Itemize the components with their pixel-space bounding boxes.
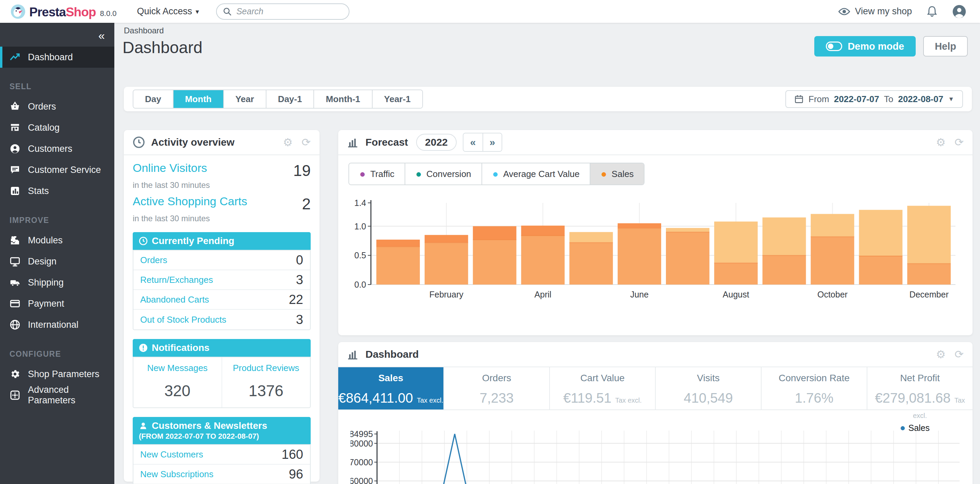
sidebar-item-label: Advanced Parameters bbox=[28, 385, 115, 406]
prestashop-logo[interactable]: PrestaShop 8.0.0 bbox=[0, 4, 117, 19]
dashboard-panel-title: Dashboard bbox=[366, 349, 419, 360]
tab-sales[interactable]: ● Sales bbox=[590, 163, 644, 185]
metric-label: Conversion Rate bbox=[762, 373, 867, 384]
sidebar-collapse-button[interactable]: « bbox=[98, 30, 105, 41]
active-carts-link[interactable]: Active Shopping Carts bbox=[133, 195, 247, 208]
notifications-header: Notifications bbox=[133, 339, 311, 357]
sidebar-item-label: Customers bbox=[28, 143, 73, 154]
new-subscriptions-link[interactable]: New Subscriptions bbox=[140, 469, 213, 479]
svg-text:1.4: 1.4 bbox=[354, 198, 366, 208]
account-menu-button[interactable] bbox=[952, 5, 966, 19]
return-exchanges-value: 3 bbox=[296, 273, 303, 287]
panel-settings-gear-icon[interactable]: ⚙ bbox=[936, 349, 946, 360]
panel-settings-gear-icon[interactable]: ⚙ bbox=[283, 137, 293, 148]
credit-card-icon bbox=[10, 298, 21, 309]
sidebar-item-shipping[interactable]: Shipping bbox=[0, 272, 115, 293]
svg-text:60000: 60000 bbox=[350, 476, 373, 484]
activity-panel-title: Activity overview bbox=[151, 137, 234, 148]
panel-refresh-icon[interactable]: ⟳ bbox=[955, 349, 964, 360]
list-item: New Subscriptions 96 bbox=[134, 465, 310, 484]
metric-value: €864,411.00 bbox=[338, 390, 413, 405]
metric-visits[interactable]: Visits 410,549 bbox=[656, 367, 762, 409]
quick-access-menu[interactable]: Quick Access ▾ bbox=[137, 6, 199, 17]
sales-dot-icon: ● bbox=[601, 169, 607, 179]
demo-mode-button[interactable]: Demo mode bbox=[814, 36, 916, 56]
metric-cart-value[interactable]: Cart Value €119.51 Tax excl. bbox=[550, 367, 656, 409]
search-input[interactable] bbox=[237, 6, 332, 16]
breadcrumb[interactable]: Dashboard bbox=[124, 26, 164, 35]
product-reviews-link[interactable]: Product Reviews bbox=[233, 363, 299, 373]
view-my-shop-link[interactable]: View my shop bbox=[838, 6, 912, 17]
sidebar-item-customer-service[interactable]: Customer Service bbox=[0, 159, 115, 180]
version-label: 8.0.0 bbox=[100, 9, 117, 18]
list-item: Return/Exchanges 3 bbox=[134, 270, 310, 290]
product-reviews-value: 1376 bbox=[222, 382, 310, 400]
forecast-next-year-button[interactable]: » bbox=[482, 134, 501, 151]
traffic-dot-icon: ● bbox=[360, 169, 366, 179]
metric-label: Visits bbox=[656, 373, 761, 384]
tab-traffic[interactable]: ● Traffic bbox=[349, 163, 405, 185]
help-button[interactable]: Help bbox=[923, 36, 968, 56]
metric-conversion-rate[interactable]: Conversion Rate 1.76% bbox=[762, 367, 867, 409]
globe-icon bbox=[10, 319, 21, 330]
sidebar-item-design[interactable]: Design bbox=[0, 251, 115, 272]
sidebar-item-stats[interactable]: Stats bbox=[0, 180, 115, 202]
sidebar-item-catalog[interactable]: Catalog bbox=[0, 117, 115, 138]
online-visitors-link[interactable]: Online Visitors bbox=[133, 161, 207, 175]
person-icon bbox=[139, 421, 148, 430]
panel-refresh-icon[interactable]: ⟳ bbox=[955, 137, 964, 148]
sidebar-item-advanced-parameters[interactable]: Advanced Parameters bbox=[0, 385, 115, 406]
panel-settings-gear-icon[interactable]: ⚙ bbox=[936, 137, 946, 148]
return-exchanges-link[interactable]: Return/Exchanges bbox=[140, 275, 213, 285]
sidebar-item-label: Catalog bbox=[28, 123, 60, 133]
sidebar-item-label: Shipping bbox=[28, 277, 64, 288]
forecast-prev-year-button[interactable]: « bbox=[463, 134, 482, 151]
dashboard-metrics-row: Sales €864,411.00 Tax excl. Orders 7,233… bbox=[338, 367, 972, 410]
sidebar-item-dashboard[interactable]: Dashboard bbox=[0, 47, 115, 68]
notifications-bell-button[interactable] bbox=[927, 6, 937, 18]
sidebar-item-customers[interactable]: Customers bbox=[0, 138, 115, 159]
date-range-picker-button[interactable]: From 2022-07-07 To 2022-08-07 ▼ bbox=[785, 90, 963, 108]
sidebar-item-international[interactable]: International bbox=[0, 314, 115, 335]
tab-conversion[interactable]: ● Conversion bbox=[405, 163, 482, 185]
range-day-button[interactable]: Day bbox=[134, 90, 173, 108]
metric-value: €119.51 bbox=[563, 390, 611, 405]
bar-chart-icon bbox=[347, 136, 360, 148]
metric-orders[interactable]: Orders 7,233 bbox=[444, 367, 550, 409]
alert-circle-icon bbox=[139, 344, 148, 352]
svg-text:June: June bbox=[630, 290, 649, 299]
abandoned-carts-link[interactable]: Abandoned Carts bbox=[140, 295, 209, 305]
range-year-1-button[interactable]: Year-1 bbox=[372, 90, 422, 108]
metric-value: 1.76% bbox=[795, 390, 833, 405]
chevron-down-icon: ▾ bbox=[196, 8, 199, 16]
pending-orders-value: 0 bbox=[296, 253, 303, 267]
svg-text:August: August bbox=[723, 290, 749, 299]
sidebar-item-orders[interactable]: Orders bbox=[0, 96, 115, 117]
metric-sales[interactable]: Sales €864,411.00 Tax excl. bbox=[338, 367, 444, 409]
basket-icon bbox=[10, 101, 21, 112]
tab-average-cart-value[interactable]: ● Average Cart Value bbox=[482, 163, 591, 185]
pending-orders-link[interactable]: Orders bbox=[140, 255, 167, 266]
sidebar-item-payment[interactable]: Payment bbox=[0, 293, 115, 314]
average-cart-value-dot-icon: ● bbox=[492, 169, 498, 179]
out-of-stock-link[interactable]: Out of Stock Products bbox=[140, 315, 226, 325]
sidebar-item-modules[interactable]: Modules bbox=[0, 230, 115, 251]
eye-icon bbox=[838, 8, 850, 16]
metric-net-profit[interactable]: Net Profit €279,081.68 Tax excl. bbox=[867, 367, 972, 409]
new-customers-link[interactable]: New Customers bbox=[140, 449, 203, 460]
search-box[interactable] bbox=[216, 3, 350, 20]
range-month-1-button[interactable]: Month-1 bbox=[314, 90, 372, 108]
active-carts-value: 2 bbox=[302, 195, 311, 213]
metric-label: Orders bbox=[444, 373, 549, 384]
new-messages-link[interactable]: New Messages bbox=[147, 363, 208, 373]
customers-newsletters-header: Customers & Newsletters (FROM 2022-07-07… bbox=[133, 417, 311, 444]
list-item: Abandoned Carts 22 bbox=[134, 290, 310, 310]
range-month-button[interactable]: Month bbox=[173, 90, 224, 108]
panel-refresh-icon[interactable]: ⟳ bbox=[301, 137, 311, 148]
svg-text:70000: 70000 bbox=[350, 457, 373, 467]
advanced-gear-icon bbox=[10, 390, 21, 401]
sidebar-item-shop-parameters[interactable]: Shop Parameters bbox=[0, 363, 115, 385]
range-year-button[interactable]: Year bbox=[224, 90, 266, 108]
range-day-1-button[interactable]: Day-1 bbox=[266, 90, 314, 108]
currently-pending-list: Orders 0 Return/Exchanges 3 Abandoned Ca… bbox=[133, 250, 311, 330]
